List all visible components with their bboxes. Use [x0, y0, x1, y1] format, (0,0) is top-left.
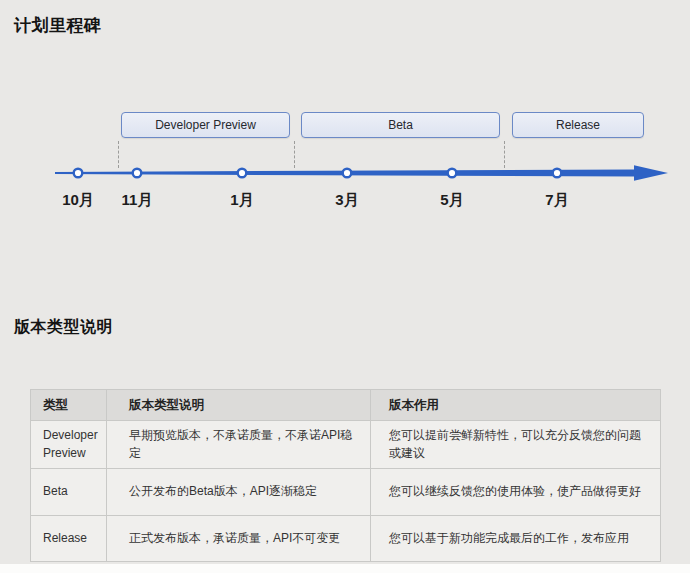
timeline-arrowhead-icon	[634, 165, 668, 181]
month-label: 11月	[105, 191, 169, 210]
timeline-dot	[74, 169, 83, 178]
table-row: Developer Preview 早期预览版本，不承诺质量，不承诺API稳定 …	[31, 421, 661, 469]
month-label: 1月	[210, 191, 274, 210]
bottom-margin-strip	[0, 564, 690, 573]
cell-purpose: 您可以基于新功能完成最后的工作，发布应用	[371, 516, 661, 562]
month-label: 7月	[525, 191, 589, 210]
month-label: 5月	[420, 191, 484, 210]
month-label: 10月	[46, 191, 110, 210]
table-header-row: 类型 版本类型说明 版本作用	[31, 390, 661, 421]
table-row: Release 正式发布版本，承诺质量，API不可变更 您可以基于新功能完成最后…	[31, 516, 661, 562]
timeline-dot	[133, 169, 142, 178]
cell-type: Developer Preview	[31, 421, 107, 469]
version-type-table: 类型 版本类型说明 版本作用 Developer Preview 早期预览版本，…	[30, 389, 661, 562]
month-label: 3月	[315, 191, 379, 210]
phase-label: Release	[556, 118, 600, 132]
cell-purpose: 您可以提前尝鲜新特性，可以充分反馈您的问题或建议	[371, 421, 661, 469]
column-header-type: 类型	[31, 390, 107, 421]
cell-description: 正式发布版本，承诺质量，API不可变更	[107, 516, 371, 562]
column-header-purpose: 版本作用	[371, 390, 661, 421]
table-row: Beta 公开发布的Beta版本，API逐渐稳定 您可以继续反馈您的使用体验，使…	[31, 469, 661, 516]
phase-box-beta: Beta	[301, 112, 500, 138]
timeline-dot	[553, 169, 562, 178]
timeline-dot	[448, 169, 457, 178]
cell-description: 早期预览版本，不承诺质量，不承诺API稳定	[107, 421, 371, 469]
milestones-section-title: 计划里程碑	[14, 14, 102, 37]
column-header-description: 版本类型说明	[107, 390, 371, 421]
timeline-dot	[343, 169, 352, 178]
phase-label: Beta	[388, 118, 413, 132]
version-types-section-title: 版本类型说明	[14, 317, 113, 338]
phase-box-release: Release	[512, 112, 644, 138]
timeline-dot	[238, 169, 247, 178]
page: 计划里程碑 Developer Preview Beta Release 10月…	[0, 0, 690, 573]
cell-purpose: 您可以继续反馈您的使用体验，使产品做得更好	[371, 469, 661, 516]
timeline-arrow	[0, 158, 690, 192]
cell-type: Release	[31, 516, 107, 562]
phase-box-developer-preview: Developer Preview	[121, 112, 290, 138]
phase-label: Developer Preview	[155, 118, 256, 132]
cell-description: 公开发布的Beta版本，API逐渐稳定	[107, 469, 371, 516]
cell-type: Beta	[31, 469, 107, 516]
